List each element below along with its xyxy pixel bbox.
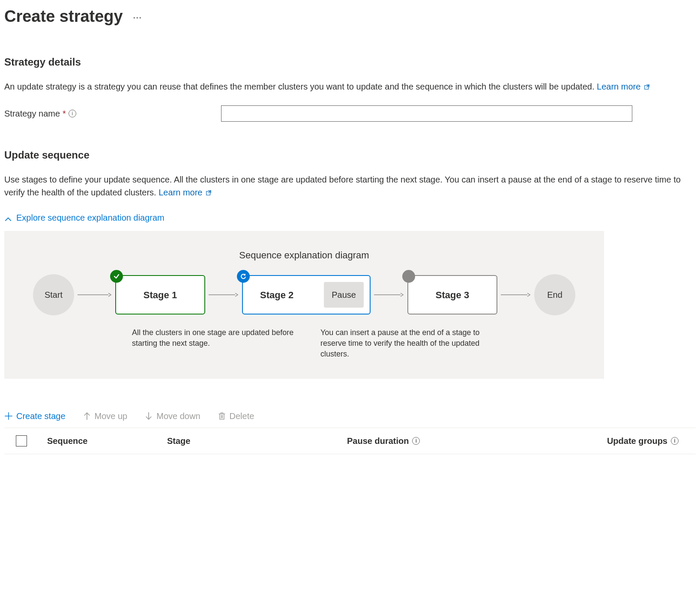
move-up-button[interactable]: Move up (83, 410, 128, 422)
required-indicator: * (63, 107, 66, 120)
column-stage[interactable]: Stage (167, 434, 347, 447)
column-sequence[interactable]: Sequence (39, 434, 167, 447)
diagram-end-node: End (534, 274, 575, 315)
stages-table-header: Sequence Stage Pause duration i Update g… (4, 428, 696, 454)
trash-icon (218, 412, 226, 420)
diagram-start-node: Start (33, 274, 74, 315)
arrow-icon (497, 292, 534, 298)
check-icon (110, 270, 123, 283)
learn-more-link-details[interactable]: Learn more (597, 82, 650, 91)
select-all-checkbox[interactable] (16, 435, 27, 446)
update-sequence-heading: Update sequence (4, 147, 696, 163)
arrow-icon (74, 292, 115, 298)
info-icon[interactable]: i (412, 437, 420, 445)
strategy-details-heading: Strategy details (4, 54, 696, 70)
diagram-title: Sequence explanation diagram (25, 248, 583, 262)
sequence-diagram-expander[interactable]: Explore sequence explanation diagram (4, 211, 696, 224)
learn-more-link-sequence[interactable]: Learn more (159, 188, 212, 197)
diagram-caption-2: You can insert a pause at the end of a s… (320, 327, 483, 360)
update-sequence-description: Use stages to define your update sequenc… (4, 173, 690, 199)
info-icon[interactable]: i (671, 437, 679, 445)
arrow-up-icon (83, 412, 91, 420)
external-link-icon (644, 81, 650, 93)
diagram-pause-chip: Pause (324, 282, 364, 308)
diagram-caption-1: All the clusters in one stage are update… (132, 327, 295, 360)
arrow-down-icon (144, 412, 153, 420)
strategy-details-description: An update strategy is a strategy you can… (4, 80, 690, 93)
move-down-button[interactable]: Move down (144, 410, 200, 422)
diagram-stage-2: Stage 2 Pause (242, 275, 371, 314)
column-pause-duration[interactable]: Pause duration i (347, 434, 527, 447)
strategy-name-label: Strategy name * i (4, 107, 214, 120)
page-title: Create strategy (4, 4, 123, 29)
external-link-icon (206, 186, 212, 199)
plus-icon (4, 412, 13, 420)
info-icon[interactable]: i (69, 110, 76, 117)
delete-button[interactable]: Delete (218, 410, 254, 422)
diagram-stage-3: Stage 3 (407, 275, 497, 314)
strategy-name-input[interactable] (221, 105, 632, 122)
sequence-diagram-panel: Sequence explanation diagram Start Stage… (4, 231, 604, 379)
create-stage-button[interactable]: Create stage (4, 410, 66, 422)
column-update-groups[interactable]: Update groups i (527, 434, 696, 447)
chevron-up-icon (4, 214, 12, 222)
more-actions-button[interactable]: ··· (133, 9, 142, 24)
pending-icon (402, 270, 415, 283)
refresh-icon (237, 270, 250, 283)
diagram-stage-1: Stage 1 (115, 275, 205, 314)
arrow-icon (371, 292, 407, 298)
arrow-icon (205, 292, 242, 298)
